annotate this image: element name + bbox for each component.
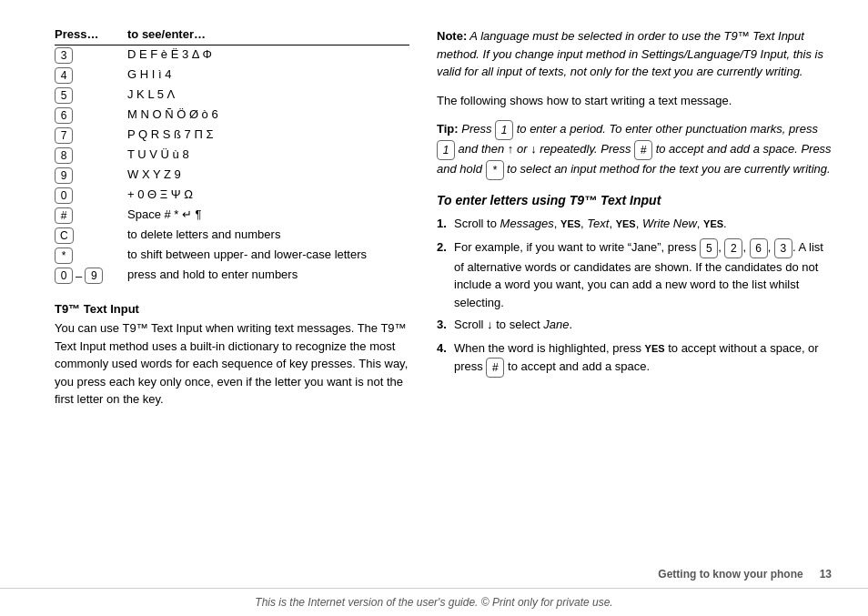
col-header-press: Press…: [55, 27, 127, 45]
table-row: 8T U V Ü ù 8: [55, 146, 409, 166]
value-cell: D E F è Ë 3 Δ Φ: [127, 45, 409, 66]
key-cell: 4: [55, 66, 127, 86]
key-btn: 4: [55, 67, 73, 84]
press-table: Press… to see/enter… 3D E F è Ë 3 Δ Φ4G …: [55, 27, 409, 286]
key-btn-0: 0: [55, 268, 73, 284]
key-2: 2: [724, 238, 742, 258]
step-number: 2.: [437, 238, 449, 312]
value-cell: press and hold to enter numbers: [127, 266, 409, 286]
table-row: 4G H I ì 4: [55, 66, 409, 86]
key-5: 5: [700, 238, 718, 258]
key-cell: 0: [55, 186, 127, 206]
table-row: 0 – 9press and hold to enter numbers: [55, 266, 409, 286]
t9-title: T9™ Text Input: [55, 302, 409, 316]
key-cell: 9: [55, 166, 127, 186]
note-body: A language must be selected in order to …: [437, 29, 823, 78]
key-btn: 8: [55, 147, 73, 164]
value-cell: W X Y Z 9: [127, 166, 409, 186]
list-item: 1.Scroll to Messages, YES, Text, YES, Wr…: [437, 215, 832, 234]
page: Press… to see/enter… 3D E F è Ë 3 Δ Φ4G …: [0, 0, 868, 616]
key-cell: 5: [55, 86, 127, 106]
list-item: 2.For example, if you want to write “Jan…: [437, 238, 832, 312]
table-row: #Space # * ↵ ¶: [55, 206, 409, 226]
main-content: Press… to see/enter… 3D E F è Ë 3 Δ Φ4G …: [0, 0, 868, 566]
t9-section: T9™ Text Input You can use T9™ Text Inpu…: [55, 302, 409, 409]
key-cell: 3: [55, 45, 127, 66]
tip-section: Tip: Press 1 to enter a period. To enter…: [437, 120, 832, 180]
table-row: 9W X Y Z 9: [55, 166, 409, 186]
key-cell: C: [55, 226, 127, 246]
key-btn: C: [55, 227, 74, 244]
tip-body-text: Press 1 to enter a period. To enter othe…: [437, 122, 832, 176]
key-btn: 0: [55, 187, 73, 204]
key-btn: 5: [55, 87, 73, 104]
step-number: 3.: [437, 316, 449, 335]
value-cell: to shift between upper- and lower-case l…: [127, 246, 409, 266]
following-text: The following shows how to start writing…: [437, 92, 832, 110]
right-column: Note: A language must be selected in ord…: [437, 27, 832, 557]
step-number: 4.: [437, 339, 449, 378]
key-btn: 7: [55, 127, 73, 144]
value-cell: + 0 Θ Ξ Ψ Ω: [127, 186, 409, 206]
list-item: 4.When the word is highlighted, press YE…: [437, 339, 832, 378]
step-content: Scroll ↓ to select Jane.: [454, 316, 832, 335]
step-content: For example, if you want to write “Jane”…: [454, 238, 832, 312]
key-range: 0 – 9: [55, 268, 103, 284]
key-btn: #: [55, 207, 73, 224]
value-cell: T U V Ü ù 8: [127, 146, 409, 166]
note-label: Note:: [437, 29, 467, 43]
step-content: Scroll to Messages, YES, Text, YES, Writ…: [454, 215, 832, 234]
tip-key-hash: #: [634, 140, 652, 160]
key-cell: 7: [55, 126, 127, 146]
key-btn: 3: [55, 47, 73, 64]
key-cell: 8: [55, 146, 127, 166]
page-number: 13: [820, 568, 832, 581]
table-row: 3D E F è Ë 3 Δ Φ: [55, 45, 409, 66]
key-cell: 6: [55, 106, 127, 126]
tip-key-star: *: [486, 160, 504, 180]
tip-key-1: 1: [495, 120, 513, 140]
value-cell: to delete letters and numbers: [127, 226, 409, 246]
t9-input-title: To enter letters using T9™ Text Input: [437, 193, 832, 207]
value-cell: J K L 5 Λ: [127, 86, 409, 106]
table-row: 7P Q R S ß 7 Π Σ: [55, 126, 409, 146]
step-number: 1.: [437, 215, 449, 234]
key-cell: #: [55, 206, 127, 226]
table-row: 5J K L 5 Λ: [55, 86, 409, 106]
value-cell: Space # * ↵ ¶: [127, 206, 409, 226]
steps-list: 1.Scroll to Messages, YES, Text, YES, Wr…: [437, 215, 832, 378]
key-cell: 0 – 9: [55, 266, 127, 286]
value-cell: M N O Ñ Ö Ø ò 6: [127, 106, 409, 126]
key-btn-9: 9: [85, 268, 103, 284]
arrow-down-icon: [530, 142, 537, 156]
key-cell: *: [55, 246, 127, 266]
table-row: Cto delete letters and numbers: [55, 226, 409, 246]
page-footer: Getting to know your phone 13: [0, 566, 868, 588]
footer-text: This is the Internet version of the user…: [255, 596, 612, 609]
t9-body: You can use T9™ Text Input when writing …: [55, 319, 409, 409]
key-6: 6: [750, 238, 768, 258]
tip-key-1b: 1: [437, 140, 455, 160]
list-item: 3.Scroll ↓ to select Jane.: [437, 316, 832, 335]
arrow-up-icon: [508, 142, 514, 156]
table-row: 0+ 0 Θ Ξ Ψ Ω: [55, 186, 409, 206]
key-btn: 9: [55, 167, 73, 184]
key-btn: *: [55, 247, 73, 264]
value-cell: P Q R S ß 7 Π Σ: [127, 126, 409, 146]
col-header-see: to see/enter…: [127, 27, 409, 45]
tip-label: Tip:: [437, 122, 459, 136]
left-column: Press… to see/enter… 3D E F è Ë 3 Δ Φ4G …: [55, 27, 409, 557]
note-section: Note: A language must be selected in ord…: [437, 27, 832, 81]
page-footer-label: Getting to know your phone: [658, 568, 802, 581]
key-btn: 6: [55, 107, 73, 124]
step-content: When the word is highlighted, press YES …: [454, 339, 832, 378]
table-row: 6M N O Ñ Ö Ø ò 6: [55, 106, 409, 126]
key-3: 3: [774, 238, 792, 258]
value-cell: G H I ì 4: [127, 66, 409, 86]
key-hash-step: #: [486, 358, 504, 378]
footer: This is the Internet version of the user…: [0, 588, 868, 616]
table-row: *to shift between upper- and lower-case …: [55, 246, 409, 266]
